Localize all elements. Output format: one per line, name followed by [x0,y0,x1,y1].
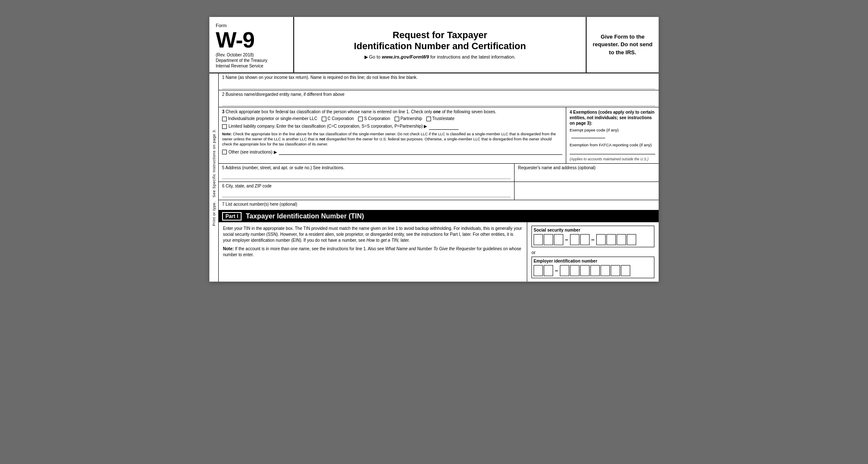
ssn-group2 [570,234,590,245]
cb-c-corp-label: C Corporation [328,116,354,121]
ein-cell-4[interactable] [570,265,579,276]
form-body: Print or type. See Specific Instructions… [209,73,659,282]
exemptions-panel: 4 Exemptions (codes apply only to certai… [566,107,659,163]
or-text: or [531,250,654,255]
part1-title: Taxpayer Identification Number (TIN) [246,212,364,220]
part1-note-text: Note: If the account is in more than one… [223,246,523,258]
form-header: Form W-9 (Rev. October 2018) Department … [209,17,659,73]
cb-s-corp-box[interactable] [358,117,363,121]
llc-label: Limited liability company. Enter the tax… [228,124,427,129]
field-6-label: 6 City, state, and ZIP code [222,184,511,188]
cb-partnership: Partnership [395,116,422,121]
rows-5-7: 5 Address (number, street, and apt. or s… [219,164,659,210]
ssn-group3 [596,234,636,245]
ein-group1 [534,265,553,276]
cb-other-box[interactable] [222,150,227,154]
ein-cell-1[interactable] [534,265,543,276]
form-fields: 1 Name (as shown on your income tax retu… [219,73,659,282]
cb-partnership-box[interactable] [395,117,399,121]
field-5-input[interactable] [222,171,511,179]
field-5: 5 Address (number, street, and apt. or s… [219,164,515,182]
ssn-title: Social security number [534,228,652,232]
ssn-cell-4[interactable] [570,234,579,245]
goto-text: ▶ Go to www.irs.gov/FormW9 for instructi… [364,54,516,60]
field-3-area: 3 Check appropriate box for federal tax … [219,107,659,164]
field-6-input[interactable] [222,190,511,197]
cb-partnership-label: Partnership [401,116,422,121]
other-input[interactable] [279,149,562,155]
form-number: W-9 [216,29,287,51]
ein-cell-6[interactable] [590,265,600,276]
requester-box: Requester's name and address (optional) [515,164,659,182]
cb-individual-box[interactable] [222,117,227,121]
ssn-cell-9[interactable] [627,234,636,245]
cb-s-corp: S Corporation [358,116,390,121]
give-form-text: Give Form to the requester. Do not send … [592,33,654,56]
tax-classification-checkboxes: Individual/sole proprietor or single-mem… [222,116,562,121]
form-dept1: Department of the Treasury [216,58,287,63]
llc-row: Limited liability company. Enter the tax… [222,124,562,130]
ssn-fields: – – [534,234,652,245]
ein-title: Employer identification number [534,259,652,263]
ein-cell-5[interactable] [580,265,590,276]
part1-right: Social security number – [527,222,659,282]
field-2-input[interactable] [222,98,655,106]
other-row: Other (see instructions) ▶ [222,149,562,155]
part1-body: Enter your TIN in the appropriate box. T… [223,226,523,243]
row6-area: 6 City, state, and ZIP code [219,182,659,200]
ein-dash: – [555,267,558,274]
field-7: 7 List account number(s) here (optional) [219,200,659,210]
ssn-cell-3[interactable] [554,234,563,245]
form-dept2: Internal Revenue Service [216,64,287,68]
form-title: Request for Taxpayer Identification Numb… [354,30,526,52]
ssn-cell-8[interactable] [617,234,626,245]
other-label: Other (see instructions) ▶ [228,150,277,154]
row5-requester: 5 Address (number, street, and apt. or s… [219,164,659,182]
exempt-payee-label: Exempt payee code (if any) [570,128,655,139]
header-right: Give Form to the requester. Do not send … [587,17,659,73]
cb-c-corp: C Corporation [322,116,354,121]
header-left: Form W-9 (Rev. October 2018) Department … [209,17,294,73]
field-3-title: 3 Check appropriate box for federal tax … [222,109,562,114]
ssn-cell-6[interactable] [596,234,606,245]
field-7-label: 7 List account number(s) here (optional) [222,202,655,207]
ein-group2 [560,265,630,276]
llc-classification-input[interactable] [429,124,459,130]
part1-header: Part I Taxpayer Identification Number (T… [219,210,659,222]
cb-trust: Trust/estate [426,116,454,121]
ssn-group1 [534,234,563,245]
ssn-box: Social security number – [531,226,654,247]
ein-cell-3[interactable] [560,265,569,276]
form-rev: (Rev. October 2018) [216,53,287,57]
field-3-note: Note: Check the appropriate box in the l… [222,131,562,147]
ein-fields: – [534,265,652,276]
cb-c-corp-box[interactable] [322,117,326,121]
ein-cell-7[interactable] [601,265,610,276]
ssn-cell-5[interactable] [580,234,590,245]
fatca-input[interactable] [570,148,655,154]
cb-trust-box[interactable] [426,117,431,121]
field-3-left: 3 Check appropriate box for federal tax … [219,107,566,163]
field-1-input[interactable] [222,81,655,89]
field-2-row: 2 Business name/disregarded entity name,… [219,90,659,107]
cb-llc-box[interactable] [222,124,227,129]
field-6: 6 City, state, and ZIP code [219,182,515,200]
part1-badge: Part I [222,212,242,221]
field-2-label: 2 Business name/disregarded entity name,… [222,92,655,97]
exemptions-title: 4 Exemptions (codes apply only to certai… [570,109,655,126]
ein-cell-2[interactable] [544,265,553,276]
field-1-label: 1 Name (as shown on your income tax retu… [222,75,655,80]
ein-cell-9[interactable] [621,265,630,276]
ssn-dash-1: – [565,236,568,243]
side-label-text: Print or type. See Specific Instructions… [212,129,216,226]
cb-trust-label: Trust/estate [432,116,454,121]
ssn-cell-7[interactable] [606,234,616,245]
fatca-label: Exemption from FATCA reporting code (if … [570,143,655,148]
ein-cell-8[interactable] [611,265,620,276]
field-1-row: 1 Name (as shown on your income tax retu… [219,73,659,90]
ssn-cell-1[interactable] [534,234,543,245]
side-label-area: Print or type. See Specific Instructions… [209,73,219,282]
exempt-payee-input[interactable] [571,132,605,138]
applies-note: (Applies to accounts maintained outside … [570,157,655,161]
ssn-cell-2[interactable] [544,234,553,245]
